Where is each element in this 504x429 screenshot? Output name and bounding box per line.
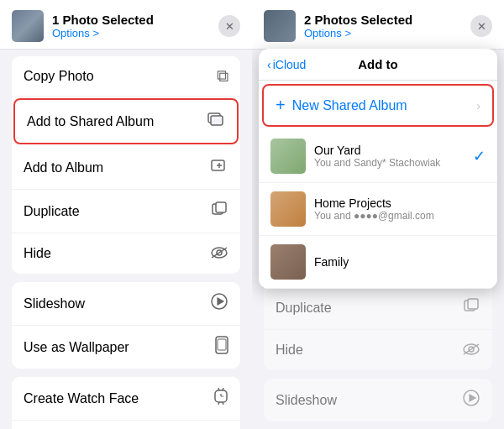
hide-icon (210, 244, 228, 264)
duplicate-item[interactable]: Duplicate (12, 190, 240, 233)
right-section-2: Slideshow (264, 379, 492, 421)
svg-marker-11 (218, 298, 223, 305)
left-photo-thumb (12, 10, 44, 42)
svg-line-15 (218, 388, 219, 390)
right-header-text: 2 Photos Selected Options > (304, 13, 412, 39)
add-to-album-label: Add to Album (24, 160, 103, 175)
album-home-projects[interactable]: Home Projects You and ●●●●@gmail.com (259, 183, 497, 236)
svg-rect-27 (468, 299, 478, 309)
family-info: Family (314, 255, 486, 269)
left-panel: 1 Photo Selected Options > ✕ Copy Photo … (0, 0, 252, 429)
new-shared-album-label: New Shared Album (292, 98, 407, 113)
dropdown-back-button[interactable]: ‹ iCloud (267, 58, 306, 71)
dropdown-title: Add to (358, 57, 397, 71)
slideshow-label: Slideshow (24, 296, 85, 311)
copy-photo-label: Copy Photo (24, 69, 94, 84)
duplicate-icon (210, 200, 228, 222)
new-shared-album-item[interactable]: + New Shared Album › (262, 84, 494, 127)
create-watch-face-icon (213, 387, 228, 410)
left-header-left: 1 Photo Selected Options > (12, 10, 154, 42)
create-watch-face-label: Create Watch Face (24, 391, 139, 406)
svg-line-18 (223, 402, 223, 405)
family-name: Family (314, 255, 486, 269)
chevron-right-icon: › (476, 99, 480, 112)
our-yard-info: Our Yard You and Sandy* Stachowiak (314, 144, 465, 169)
hide-label: Hide (24, 246, 51, 261)
left-header: 1 Photo Selected Options > ✕ (0, 0, 252, 50)
svg-line-17 (218, 402, 219, 405)
left-header-text: 1 Photo Selected Options > (52, 13, 154, 39)
add-to-shared-album-icon (207, 110, 225, 133)
duplicate-label: Duplicate (24, 204, 80, 219)
home-projects-members: You and ●●●●@gmail.com (314, 210, 486, 222)
home-projects-name: Home Projects (314, 196, 486, 210)
home-projects-info: Home Projects You and ●●●●@gmail.com (314, 196, 486, 222)
right-duplicate-icon (462, 296, 480, 319)
slideshow-icon (210, 292, 228, 315)
right-header-title: 2 Photos Selected (304, 13, 412, 27)
left-section-1: Copy Photo ⧉ Add to Shared Album Add to … (12, 56, 240, 274)
use-as-wallpaper-label: Use as Wallpaper (24, 340, 129, 355)
right-slideshow-item[interactable]: Slideshow (264, 379, 492, 421)
add-to-album-icon (210, 156, 228, 179)
our-yard-name: Our Yard (314, 144, 465, 157)
svg-marker-32 (470, 395, 475, 401)
use-as-wallpaper-icon (215, 336, 228, 358)
left-header-options[interactable]: Options > (52, 27, 154, 39)
family-thumb (270, 244, 306, 280)
right-duplicate-label: Duplicate (276, 301, 332, 316)
create-watch-face-item[interactable]: Create Watch Face (12, 377, 240, 421)
chevron-left-icon: ‹ (267, 58, 271, 71)
new-shared-album-left: + New Shared Album (276, 96, 407, 115)
slideshow-item[interactable]: Slideshow (12, 282, 240, 326)
our-yard-check-icon: ✓ (473, 147, 486, 165)
right-photo-thumb (264, 10, 296, 42)
right-panel: 2 Photos Selected Options > ✕ ‹ iCloud A… (252, 0, 504, 429)
copy-photo-icon: ⧉ (217, 66, 228, 86)
album-our-yard[interactable]: Our Yard You and Sandy* Stachowiak ✓ (259, 130, 497, 183)
left-menu-list: Copy Photo ⧉ Add to Shared Album Add to … (0, 50, 252, 429)
right-hide-label: Hide (276, 343, 303, 358)
home-projects-thumb (270, 191, 306, 227)
right-header-options[interactable]: Options > (304, 27, 412, 39)
add-to-dropdown: ‹ iCloud Add to + New Shared Album › Our… (259, 49, 497, 289)
right-header: 2 Photos Selected Options > ✕ (252, 0, 504, 50)
svg-rect-6 (216, 202, 226, 212)
right-slideshow-icon (462, 389, 480, 411)
dropdown-back-label: iCloud (273, 58, 307, 71)
add-to-shared-album-label: Add to Shared Album (27, 114, 154, 129)
use-as-wallpaper-item[interactable]: Use as Wallpaper (12, 326, 240, 369)
album-family[interactable]: Family (259, 236, 497, 289)
dropdown-header: ‹ iCloud Add to (259, 49, 497, 81)
save-to-files-item[interactable]: Save to Files (12, 421, 240, 429)
right-duplicate-item[interactable]: Duplicate (264, 286, 492, 330)
our-yard-thumb (270, 139, 306, 174)
svg-rect-13 (218, 339, 226, 350)
svg-rect-1 (211, 116, 223, 125)
add-to-album-item[interactable]: Add to Album (12, 146, 240, 190)
left-header-title: 1 Photo Selected (52, 13, 154, 27)
add-to-shared-album-item[interactable]: Add to Shared Album (13, 98, 239, 144)
our-yard-members: You and Sandy* Stachowiak (314, 157, 465, 169)
hide-item[interactable]: Hide (12, 233, 240, 274)
svg-line-16 (223, 388, 223, 390)
right-hide-item[interactable]: Hide (264, 330, 492, 370)
right-slideshow-label: Slideshow (276, 393, 337, 408)
right-close-button[interactable]: ✕ (470, 15, 492, 37)
plus-icon: + (276, 96, 286, 115)
left-close-button[interactable]: ✕ (218, 15, 240, 37)
left-section-3: Create Watch Face Save to Files (12, 377, 240, 429)
left-section-2: Slideshow Use as Wallpaper (12, 282, 240, 369)
copy-photo-item[interactable]: Copy Photo ⧉ (12, 56, 240, 97)
right-hide-icon (462, 341, 480, 360)
right-header-left: 2 Photos Selected Options > (264, 10, 412, 42)
